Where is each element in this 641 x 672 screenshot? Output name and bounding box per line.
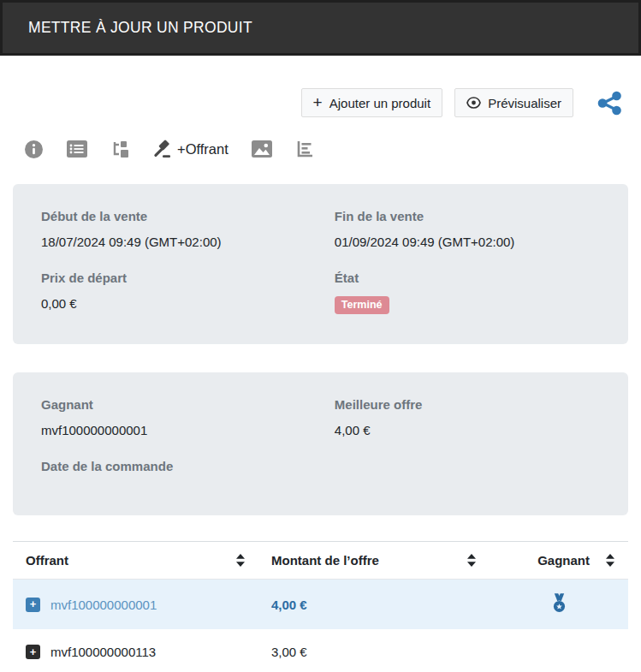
order-date-value xyxy=(41,485,335,500)
tree-icon[interactable] xyxy=(110,140,129,158)
info-icon[interactable] xyxy=(24,140,44,159)
offer-row[interactable]: + mvf100000000113 3,00 € xyxy=(13,631,628,672)
start-price-value: 0,00 € xyxy=(41,296,335,312)
sale-info-panel: Début de la vente 18/07/2024 09:49 (GMT+… xyxy=(13,184,628,344)
gavel-icon xyxy=(152,140,171,158)
preview-label: Prévisualiser xyxy=(488,96,561,110)
actions-row: + Ajouter un produit Prévisualiser xyxy=(0,88,641,117)
image-icon[interactable] xyxy=(252,140,272,158)
sort-icon[interactable] xyxy=(605,553,615,568)
offers-table: Offrant Montant de l’offre xyxy=(13,541,628,672)
preview-button[interactable]: Prévisualiser xyxy=(454,88,573,117)
share-icon[interactable] xyxy=(596,91,623,116)
column-header-gagnant[interactable]: Gagnant xyxy=(490,542,628,580)
best-offer-value: 4,00 € xyxy=(335,423,600,438)
sort-icon[interactable] xyxy=(466,553,477,568)
order-date-label: Date de la commande xyxy=(41,459,335,473)
offer-bidder-id: mvf100000000113 xyxy=(50,645,156,659)
offer-amount: 4,00 € xyxy=(258,580,490,631)
add-offrant-label: +Offrant xyxy=(177,141,229,158)
winner-info-panel: Gagnant mvf100000000001 Meilleure offre … xyxy=(13,372,628,515)
add-offrant-button[interactable]: +Offrant xyxy=(152,140,229,158)
expand-row-button[interactable]: + xyxy=(26,645,40,659)
expand-row-button[interactable]: + xyxy=(26,598,40,612)
column-header-offrant[interactable]: Offrant xyxy=(13,542,258,580)
best-offer-label: Meilleure offre xyxy=(335,397,600,412)
best-offer-field: Meilleure offre 4,00 € xyxy=(335,397,600,438)
start-price-field: Prix de départ 0,00 € xyxy=(41,271,335,314)
order-date-field: Date de la commande xyxy=(41,459,335,500)
offer-row[interactable]: + mvf100000000001 4,00 € xyxy=(13,580,628,631)
sale-start-value: 18/07/2024 09:49 (GMT+02:00) xyxy=(41,235,335,250)
winner-field: Gagnant mvf100000000001 xyxy=(41,397,335,438)
status-badge: Terminé xyxy=(335,296,389,314)
offer-amount: 3,00 € xyxy=(258,631,490,672)
offer-bidder-id: mvf100000000001 xyxy=(50,598,157,612)
state-field: État Terminé xyxy=(335,271,600,314)
chart-icon[interactable] xyxy=(295,140,314,158)
plus-icon: + xyxy=(313,94,323,110)
sale-start-field: Début de la vente 18/07/2024 09:49 (GMT+… xyxy=(41,209,335,250)
section-toolbar: +Offrant xyxy=(24,136,641,162)
sale-end-value: 01/09/2024 09:49 (GMT+02:00) xyxy=(335,235,600,250)
eye-icon xyxy=(466,97,481,109)
sort-icon[interactable] xyxy=(235,553,246,568)
winner-value: mvf100000000001 xyxy=(41,423,335,438)
winner-label: Gagnant xyxy=(41,397,335,412)
start-price-label: Prix de départ xyxy=(41,271,335,285)
column-header-montant[interactable]: Montant de l’offre xyxy=(258,542,490,580)
page-header: METTRE À JOUR UN PRODUIT xyxy=(0,0,641,56)
sale-end-field: Fin de la vente 01/09/2024 09:49 (GMT+02… xyxy=(335,209,600,250)
sale-end-label: Fin de la vente xyxy=(335,209,600,223)
state-label: État xyxy=(335,271,600,285)
list-icon[interactable] xyxy=(67,140,87,158)
offers-table-header-row: Offrant Montant de l’offre xyxy=(13,542,628,580)
winner-medal-icon xyxy=(550,592,568,614)
add-product-label: Ajouter un produit xyxy=(329,96,430,110)
sale-start-label: Début de la vente xyxy=(41,209,335,223)
add-product-button[interactable]: + Ajouter un produit xyxy=(301,88,443,117)
offers-table-section: Offrant Montant de l’offre xyxy=(13,541,628,672)
page-title: METTRE À JOUR UN PRODUIT xyxy=(28,19,252,37)
